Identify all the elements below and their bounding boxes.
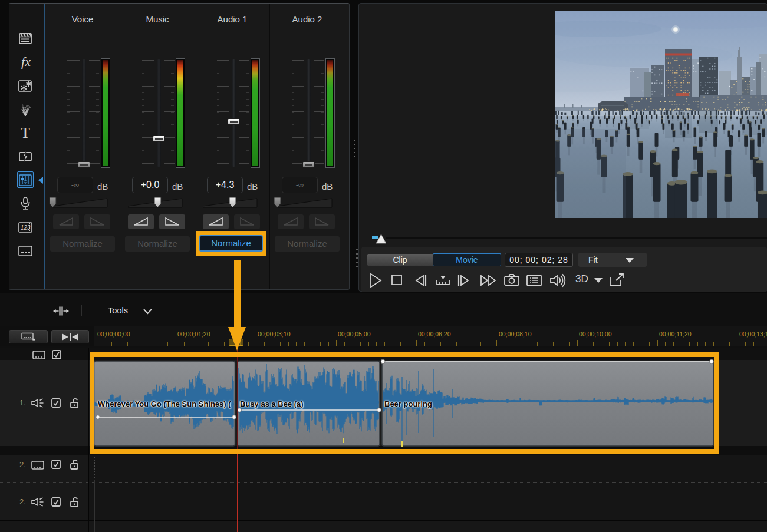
svg-text:123: 123 <box>21 224 31 231</box>
